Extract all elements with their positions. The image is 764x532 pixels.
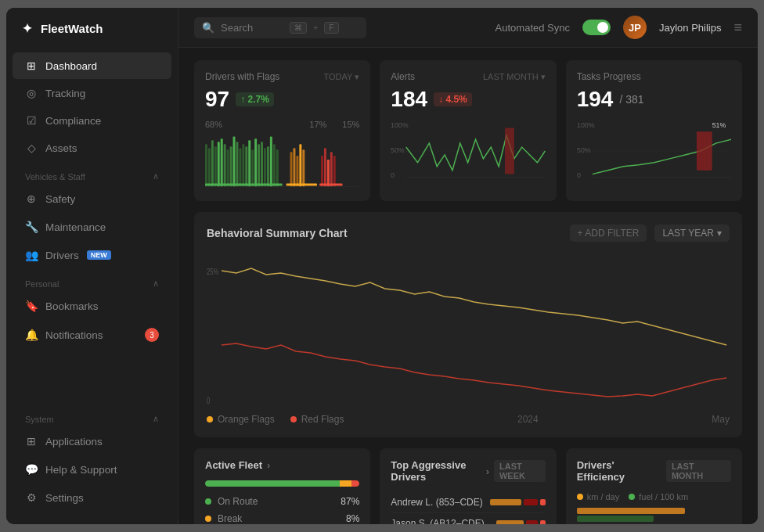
sidebar-item-applications[interactable]: ⊞ Applications — [13, 428, 171, 455]
eff-row — [577, 508, 731, 522]
auto-sync-toggle[interactable] — [582, 20, 611, 35]
menu-icon[interactable]: ≡ — [733, 20, 742, 36]
svg-rect-21 — [270, 136, 272, 186]
chart-pct-2: 15% — [342, 120, 359, 129]
alerts-svg: 100% 50% 0 — [391, 120, 545, 182]
sidebar-item-safety[interactable]: ⊕ Safety — [13, 185, 171, 212]
svg-text:0: 0 — [207, 397, 210, 405]
behavioral-chart-area: 25% 0 — [207, 251, 730, 408]
svg-rect-19 — [264, 148, 266, 186]
red-dot — [290, 416, 297, 422]
personal-collapse-icon[interactable]: ∧ — [153, 279, 159, 289]
fleet-label: Break — [218, 513, 340, 524]
sidebar-item-help[interactable]: 💬 Help & Support — [13, 456, 171, 483]
sidebar-item-compliance[interactable]: ☑ Compliance — [13, 107, 171, 134]
chart-legend: Orange Flags Red Flags 2024 May — [207, 414, 730, 425]
kbd-cmd: ⌘ — [290, 22, 307, 34]
fleet-stat-on-route: On Route 87% — [205, 493, 359, 510]
assets-icon: ◇ — [25, 142, 38, 154]
driver-name: Jason S. (AB12–CDE) — [391, 518, 484, 524]
svg-rect-26 — [296, 156, 298, 186]
username: Jaylon Philips — [659, 22, 722, 34]
sidebar-item-settings[interactable]: ⚙ Settings — [13, 484, 171, 511]
add-filter-button[interactable]: + ADD FILTER — [570, 225, 647, 242]
avatar: JP — [623, 16, 647, 39]
metric-card-alerts: Alerts LAST MONTH ▾ 184 ↓ 4.5% 100% 5 — [380, 60, 556, 201]
topbar-right: Automated Sync JP Jaylon Philips ≡ — [496, 16, 742, 39]
sidebar-item-label: Compliance — [45, 115, 101, 127]
sidebar-item-maintenance[interactable]: 🔧 Maintenance — [13, 214, 171, 240]
search-box[interactable]: 🔍 ⌘ + F — [194, 17, 366, 38]
svg-rect-13 — [245, 146, 247, 186]
sidebar-item-label: Assets — [45, 142, 77, 154]
svg-rect-12 — [242, 144, 244, 186]
period-label: LAST YEAR — [662, 228, 714, 239]
svg-rect-42 — [505, 128, 514, 174]
svg-rect-16 — [254, 138, 257, 186]
sidebar-item-label: Bookmarks — [45, 300, 99, 312]
driver-row: Andrew L. (853–CDE) — [391, 492, 545, 513]
period-button[interactable]: LAST YEAR ▾ — [654, 225, 730, 242]
arrow-icon: › — [486, 466, 489, 477]
sidebar-item-label: Drivers — [45, 250, 79, 261]
eff-bar-fuel — [577, 516, 654, 522]
help-icon: 💬 — [25, 463, 38, 476]
legend-red-flags: Red Flags — [290, 414, 344, 425]
chart-controls: + ADD FILTER LAST YEAR ▾ — [570, 225, 730, 242]
svg-rect-37 — [319, 184, 343, 186]
behavioral-chart-section: Behavioral Summary Chart + ADD FILTER LA… — [194, 212, 742, 437]
app-logo: ✦ FleetWatch — [6, 20, 178, 52]
metric-value: 184 — [391, 87, 427, 112]
sidebar-item-assets[interactable]: ◇ Assets — [13, 135, 171, 161]
svg-rect-17 — [258, 144, 260, 186]
km-day-dot — [577, 494, 583, 500]
sidebar-nav-main: ⊞ Dashboard ◎ Tracking ☑ Compliance ◇ As… — [6, 52, 178, 162]
new-badge: NEW — [87, 250, 111, 260]
driver-bar — [540, 520, 546, 524]
svg-rect-49 — [697, 131, 712, 170]
search-input[interactable] — [221, 22, 283, 34]
metric-value: 97 — [205, 87, 229, 112]
sidebar-item-dashboard[interactable]: ⊞ Dashboard — [13, 52, 171, 79]
svg-rect-9 — [233, 136, 236, 186]
sidebar-item-bookmarks[interactable]: 🔖 Bookmarks — [13, 293, 171, 319]
chevron-down-icon: ▾ — [717, 228, 722, 239]
sidebar-item-label: Applications — [45, 436, 103, 448]
svg-rect-4 — [218, 142, 220, 186]
svg-rect-15 — [251, 149, 254, 186]
svg-text:25%: 25% — [207, 268, 218, 276]
metric-value: 194 — [577, 87, 614, 112]
driver-bar — [490, 499, 521, 505]
fleet-label: On Route — [218, 496, 334, 507]
dashboard-icon: ⊞ — [25, 59, 38, 72]
svg-rect-11 — [239, 148, 241, 186]
metric-card-drivers-flags: Drivers with Flags TODAY ▾ 97 ↑ 2.7% 68% — [194, 60, 370, 201]
legend-orange-flags: Orange Flags — [207, 414, 275, 425]
personal-section-label: Personal ∧ — [6, 269, 178, 292]
svg-rect-25 — [293, 148, 295, 186]
svg-rect-20 — [267, 146, 269, 186]
eff-legend-label: fuel / 100 km — [639, 492, 688, 501]
chart-month: May — [712, 414, 730, 425]
sidebar-item-label: Tracking — [45, 88, 85, 99]
svg-rect-36 — [286, 184, 317, 186]
sidebar-item-label: Dashboard — [45, 60, 97, 72]
sidebar-item-notifications[interactable]: 🔔 Notifications 3 — [13, 321, 171, 349]
safety-icon: ⊕ — [25, 192, 38, 205]
svg-rect-28 — [302, 149, 305, 186]
vehicles-collapse-icon[interactable]: ∧ — [153, 171, 159, 182]
eff-bar-km — [577, 508, 685, 514]
system-collapse-icon[interactable]: ∧ — [153, 414, 159, 424]
chart-pct-0: 68% — [205, 120, 222, 129]
bottom-row: Active Fleet › On Route 8 — [194, 448, 742, 524]
efficiency-title: Drivers' Efficiency — [577, 459, 661, 483]
sidebar-item-tracking[interactable]: ◎ Tracking — [13, 80, 171, 106]
svg-rect-30 — [324, 148, 326, 186]
behavioral-svg: 25% 0 — [207, 251, 730, 408]
tasks-chart: 100% 50% 0 51% — [577, 120, 731, 185]
efficiency-legend: km / day fuel / 100 km — [577, 492, 731, 501]
metric-sub-value: / 381 — [619, 93, 643, 106]
driver-name: Andrew L. (853–CDE) — [391, 497, 482, 508]
bookmarks-icon: 🔖 — [25, 300, 38, 312]
sidebar-item-drivers[interactable]: 👥 Drivers NEW — [13, 242, 171, 268]
